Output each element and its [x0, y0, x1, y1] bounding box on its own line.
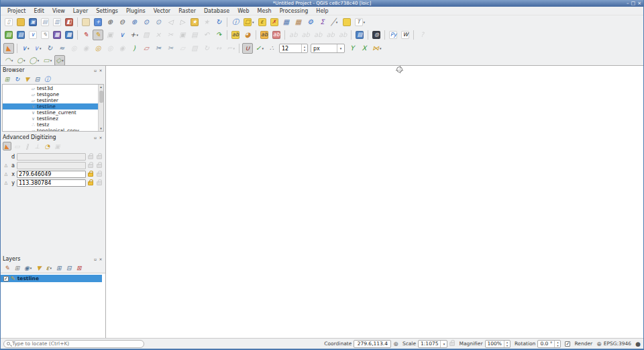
cad-d-repeat-lock-icon[interactable]	[97, 155, 102, 159]
new-virtual-layer-button[interactable]: ▦	[52, 30, 62, 40]
rotation-down-icon[interactable]: ▾	[557, 344, 558, 347]
copy-move-feature-dropdown-icon[interactable]: ▾	[40, 46, 42, 50]
circular-string-by-radius-dropdown-icon[interactable]: ▾	[11, 58, 13, 62]
cad-y-input[interactable]	[17, 179, 86, 187]
menu-view[interactable]: View	[48, 8, 69, 14]
advanced-digitizing-close-icon[interactable]: ×	[98, 135, 103, 140]
layers-float-icon[interactable]: ▫	[93, 257, 98, 261]
remove-layer-button[interactable]: ⊠	[74, 263, 83, 272]
offset-curve-button[interactable]: )	[129, 43, 140, 54]
layer-diagram-options-button[interactable]: ◕	[242, 30, 253, 40]
delta-toggle-icon[interactable]: Δ	[3, 163, 9, 169]
magnifier-down-icon[interactable]: ▾	[506, 344, 508, 347]
magnifier-spinbox[interactable]: 100% ▴▾	[485, 340, 511, 348]
db-manager-button[interactable]: ▤	[354, 30, 365, 40]
delta-toggle-icon[interactable]: Δ	[3, 172, 9, 177]
add-circle-dropdown-icon[interactable]: ▾	[23, 58, 25, 62]
rotate-feature-button[interactable]: ↻	[44, 43, 55, 54]
menu-raster[interactable]: Raster	[174, 8, 200, 14]
snapping-tolerance-spin-arrows[interactable]: ▴▾	[301, 44, 307, 52]
cad-a-repeat-lock-icon[interactable]	[97, 164, 102, 168]
vertex-tool-button[interactable]: +▾	[129, 30, 140, 40]
simplify-feature-button[interactable]: ≈	[56, 43, 67, 54]
enable-snapping-button[interactable]: ∪	[242, 43, 253, 54]
open-field-calculator-button[interactable]: ▦	[293, 17, 304, 28]
manage-map-themes-dropdown-icon[interactable]: ▾	[30, 266, 32, 270]
menu-edit[interactable]: Edit	[30, 8, 48, 14]
snapping-units-combobox[interactable]: px▾	[311, 44, 345, 53]
split-parts-button[interactable]: ✂	[165, 43, 176, 54]
scale-lock-icon[interactable]	[449, 342, 455, 346]
menu-project[interactable]: Project	[3, 8, 30, 14]
pan-map-button[interactable]	[80, 17, 91, 28]
titlebar[interactable]: *Untitled Project - QGIS ce8c738c40 [loi…	[1, 0, 643, 7]
add-line-feature-button[interactable]: ∨	[117, 30, 127, 40]
add-rectangle-dropdown-icon[interactable]: ▾	[50, 58, 52, 62]
browser-properties-button[interactable]: ⓘ	[43, 75, 52, 83]
manage-map-themes-button[interactable]: ◉▾	[23, 263, 33, 272]
redo-button[interactable]: ↷	[213, 30, 224, 40]
scale-combobox[interactable]: 1:1075 ▾	[418, 340, 447, 348]
metasearch-button[interactable]: ◍	[371, 30, 382, 40]
crs-globe-icon[interactable]: ⊕	[596, 341, 602, 347]
pin-unpin-labels-button[interactable]: ab	[271, 30, 282, 40]
statistical-summary-button[interactable]: Σ	[317, 17, 328, 28]
coordinate-value[interactable]: 279.6,113.4	[354, 340, 391, 348]
layer-visibility-checkbox[interactable]: ✓	[3, 276, 9, 281]
render-checkbox[interactable]: ✓	[565, 341, 570, 347]
circular-string-by-radius-button[interactable]: ◠▾	[3, 55, 14, 66]
select-features-button[interactable]: □▾	[242, 17, 256, 28]
cad-y-lock-icon[interactable]	[88, 181, 93, 185]
menu-settings[interactable]: Settings	[92, 8, 122, 14]
browser-item-testline_current[interactable]: ∨testline_current	[3, 110, 98, 116]
extent-toggle-icon[interactable]: ⊛	[393, 341, 398, 347]
zoom-in-button[interactable]: ⊕	[105, 17, 115, 28]
select-by-expression-button[interactable]: ε	[257, 17, 268, 28]
snapping-units-dropdown-icon[interactable]: ▾	[337, 44, 344, 52]
reshape-features-button[interactable]: ▱	[141, 43, 152, 54]
topological-editing-button[interactable]: Y	[347, 43, 358, 54]
add-group-button[interactable]: ⊞	[13, 263, 21, 272]
layer-item-testline[interactable]: ✓✎testline	[1, 275, 102, 282]
scroll-up-icon[interactable]: ▴	[100, 85, 102, 89]
open-attribute-table-button[interactable]: ▦	[281, 17, 292, 28]
messages-icon[interactable]: ●	[635, 341, 641, 347]
open-layer-styling-button[interactable]: ✎	[3, 263, 11, 272]
new-spatial-bookmark-button[interactable]: ★	[189, 17, 200, 28]
new-mesh-layer-button[interactable]: ▦	[64, 30, 74, 40]
move-feature-button[interactable]: ∨▾	[20, 43, 31, 54]
menu-database[interactable]: Database	[200, 8, 233, 14]
map-canvas[interactable]	[106, 66, 643, 338]
filter-legend-button[interactable]: ▼	[34, 263, 43, 272]
cad-a-lock-icon[interactable]	[88, 164, 93, 168]
minimize-button[interactable]: –	[627, 0, 629, 7]
snapping-tolerance-input[interactable]	[280, 46, 301, 52]
wkt-tool-button[interactable]: W	[400, 30, 411, 40]
zoom-out-button[interactable]: ⊖	[117, 17, 127, 28]
python-console-button[interactable]: Py	[388, 30, 398, 40]
text-annotation-button[interactable]: T▾	[354, 17, 367, 28]
browser-add-selected-layers-button[interactable]: ⊞	[3, 75, 11, 83]
deselect-all-button[interactable]: ✗	[269, 17, 280, 28]
menu-mesh[interactable]: Mesh	[254, 8, 276, 14]
rotation-spinbox[interactable]: 0.0 ° ▴▾	[537, 340, 561, 348]
browser-float-icon[interactable]: ▫	[93, 68, 98, 73]
add-ellipse-button[interactable]: ◯▾	[28, 55, 41, 66]
delta-toggle-icon[interactable]: Δ	[3, 181, 9, 186]
current-edits-button[interactable]: ✎	[80, 30, 91, 40]
layer-labeling-options-button[interactable]: ab	[230, 30, 241, 40]
pan-map-to-selection-button[interactable]: +	[93, 17, 103, 28]
identify-features-button[interactable]: ⓘ	[230, 17, 241, 28]
browser-item-testz[interactable]: ∴testz	[3, 122, 98, 128]
new-project-button[interactable]: ▯	[3, 17, 14, 28]
cad-x-input[interactable]	[17, 171, 86, 178]
browser-item-testlinez[interactable]: ∨testlinez	[3, 116, 98, 122]
add-circle-button[interactable]: ○▾	[15, 55, 26, 66]
processing-toolbox-button[interactable]: ⚙	[305, 17, 316, 28]
add-rectangle-button[interactable]: ▭▾	[42, 55, 53, 66]
expand-all-button[interactable]: ⊞	[54, 263, 63, 272]
refresh-map-button[interactable]: ↻	[213, 17, 224, 28]
cad-d-lock-icon[interactable]	[88, 155, 93, 159]
zoom-to-layer-button[interactable]: ⊙	[153, 17, 164, 28]
style-manager-button[interactable]: ◧	[64, 17, 74, 28]
